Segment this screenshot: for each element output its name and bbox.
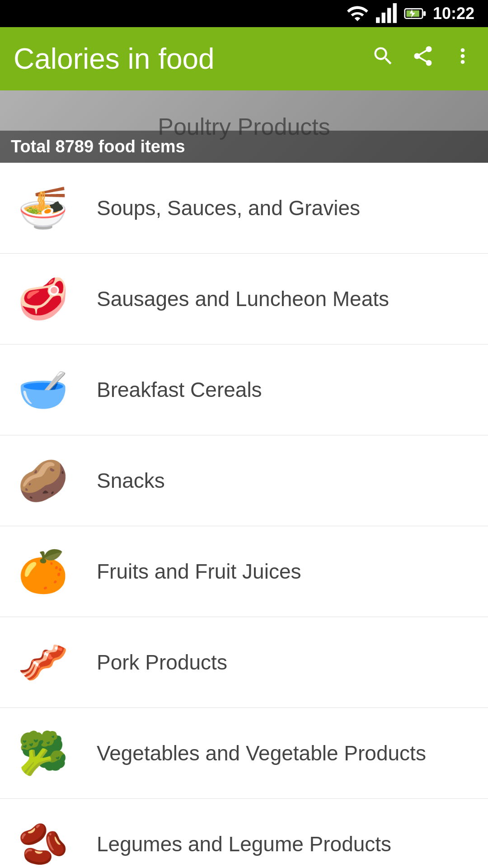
food-item-pork[interactable]: 🥓Pork Products (0, 617, 488, 708)
status-time: 10:22 (433, 4, 474, 23)
food-item-cereals[interactable]: 🥣Breakfast Cereals (0, 344, 488, 435)
more-options-button[interactable] (451, 44, 474, 73)
food-image-cereals: 🥣 (0, 344, 86, 435)
food-image-pork: 🥓 (0, 617, 86, 708)
food-image-soups: 🍜 (0, 163, 86, 253)
food-image-sausages: 🥩 (0, 254, 86, 344)
food-emoji-cereals: 🥣 (18, 366, 68, 414)
food-label-sausages: Sausages and Luncheon Meats (86, 287, 488, 311)
food-item-snacks[interactable]: 🥔Snacks (0, 435, 488, 526)
food-item-sausages[interactable]: 🥩Sausages and Luncheon Meats (0, 254, 488, 344)
food-emoji-snacks: 🥔 (18, 457, 68, 505)
app-bar-actions (371, 44, 474, 73)
svg-rect-5 (423, 11, 426, 16)
food-label-vegetables: Vegetables and Vegetable Products (86, 741, 488, 765)
signal-icon (375, 2, 398, 25)
wifi-icon (346, 2, 369, 25)
status-bar: 10:22 (0, 0, 488, 27)
search-button[interactable] (371, 44, 395, 73)
food-label-pork: Pork Products (86, 650, 488, 675)
food-emoji-vegetables: 🥦 (18, 730, 68, 777)
food-item-legumes[interactable]: 🫘Legumes and Legume Products (0, 799, 488, 868)
food-image-legumes: 🫘 (0, 799, 86, 868)
food-list: 🍜Soups, Sauces, and Gravies🥩Sausages and… (0, 163, 488, 868)
share-button[interactable] (411, 44, 435, 73)
food-emoji-sausages: 🥩 (18, 275, 68, 323)
food-emoji-pork: 🥓 (18, 639, 68, 686)
hero-banner: Poultry Products Total 8789 food items (0, 90, 488, 163)
battery-icon (404, 2, 427, 25)
food-label-fruits: Fruits and Fruit Juices (86, 559, 488, 584)
food-image-snacks: 🥔 (0, 435, 86, 526)
food-item-fruits[interactable]: 🍊Fruits and Fruit Juices (0, 526, 488, 617)
food-image-fruits: 🍊 (0, 526, 86, 617)
svg-rect-1 (382, 13, 385, 23)
food-emoji-fruits: 🍊 (18, 548, 68, 595)
food-label-cereals: Breakfast Cereals (86, 377, 488, 402)
food-item-soups[interactable]: 🍜Soups, Sauces, and Gravies (0, 163, 488, 254)
svg-rect-0 (376, 17, 380, 23)
status-icons: 10:22 (346, 2, 474, 25)
food-emoji-soups: 🍜 (18, 184, 68, 232)
hero-bg-text: Poultry Products (158, 113, 330, 140)
app-bar: Calories in food (0, 27, 488, 90)
food-label-soups: Soups, Sauces, and Gravies (86, 196, 488, 220)
food-image-vegetables: 🥦 (0, 708, 86, 798)
svg-rect-3 (393, 3, 397, 23)
food-emoji-legumes: 🫘 (18, 821, 68, 868)
app-title: Calories in food (14, 42, 362, 75)
food-label-legumes: Legumes and Legume Products (86, 832, 488, 856)
food-label-snacks: Snacks (86, 468, 488, 493)
svg-rect-2 (387, 8, 391, 23)
food-item-vegetables[interactable]: 🥦Vegetables and Vegetable Products (0, 708, 488, 799)
